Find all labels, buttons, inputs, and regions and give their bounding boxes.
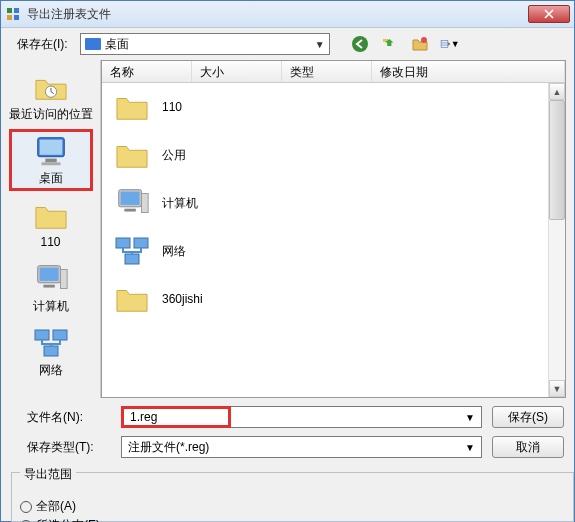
column-date[interactable]: 修改日期 [372,61,565,82]
scroll-down-icon[interactable]: ▼ [549,380,565,397]
item-label: 计算机 [162,195,198,212]
svg-point-5 [421,37,427,43]
toolbar: 保存在(I): 桌面 ▼ ▼ [1,28,574,60]
item-label: 360jishi [162,292,203,306]
place-label: 桌面 [39,170,63,187]
view-menu-icon[interactable]: ▼ [440,34,460,54]
radio-label: 所选分支(E) [36,517,100,522]
place-recent[interactable]: 最近访问的位置 [9,65,93,127]
export-range-legend: 导出范围 [20,466,76,483]
cancel-button[interactable]: 取消 [492,436,564,458]
svg-rect-19 [53,330,67,340]
column-name[interactable]: 名称 [102,61,192,82]
svg-rect-20 [44,346,58,356]
folder-icon [110,279,154,319]
place-network[interactable]: 网络 [9,321,93,383]
column-type[interactable]: 类型 [282,61,372,82]
regedit-icon [5,6,21,22]
svg-rect-13 [41,162,60,165]
svg-rect-22 [121,192,140,205]
file-list[interactable]: 110 公用 计算机 网络 [102,83,548,397]
recent-icon [31,70,71,104]
place-label: 计算机 [33,298,69,315]
item-label: 110 [162,100,182,114]
svg-rect-12 [45,158,56,162]
svg-rect-24 [124,209,135,212]
svg-rect-15 [39,267,58,280]
computer-icon [31,262,71,296]
chevron-down-icon: ▼ [465,442,475,453]
radio-label: 全部(A) [36,498,76,515]
back-icon[interactable] [350,34,370,54]
list-item[interactable]: 360jishi [102,275,548,323]
svg-rect-6 [441,41,448,48]
place-label: 110 [40,235,60,249]
desktop-monitor-icon [31,134,71,168]
scroll-thumb[interactable] [549,100,565,220]
save-dialog: 导出注册表文件 保存在(I): 桌面 ▼ ▼ 最近访问的位置 桌面 [0,0,575,522]
folder-icon [31,199,71,233]
desktop-icon [85,38,101,50]
column-size[interactable]: 大小 [192,61,282,82]
location-text: 桌面 [105,36,315,53]
location-combo[interactable]: 桌面 ▼ [80,33,330,55]
filename-combo-rest[interactable]: ▼ [231,406,482,428]
list-item[interactable]: 计算机 [102,179,548,227]
filename-value: 1.reg [130,410,222,424]
file-list-area: 名称 大小 类型 修改日期 110 公用 计算 [101,60,566,398]
svg-rect-17 [43,284,54,287]
svg-rect-26 [134,238,148,248]
scrollbar[interactable]: ▲ ▼ [548,83,565,397]
item-label: 公用 [162,147,186,164]
filename-label: 文件名(N): [11,409,111,426]
place-folder-110[interactable]: 110 [9,193,93,255]
svg-rect-27 [125,254,139,264]
place-label: 最近访问的位置 [9,106,93,123]
scroll-up-icon[interactable]: ▲ [549,83,565,100]
place-label: 网络 [39,362,63,379]
svg-rect-3 [14,15,19,20]
svg-rect-0 [7,8,12,13]
save-button[interactable]: 保存(S) [492,406,564,428]
filename-input[interactable]: 1.reg [121,406,231,428]
filetype-combo[interactable]: 注册文件(*.reg) ▼ [121,436,482,458]
item-label: 网络 [162,243,186,260]
chevron-down-icon: ▼ [465,412,475,423]
svg-rect-23 [142,194,149,213]
svg-point-4 [352,36,368,52]
filetype-label: 保存类型(T): [11,439,111,456]
place-computer[interactable]: 计算机 [9,257,93,319]
svg-rect-18 [35,330,49,340]
network-icon [110,231,154,271]
svg-rect-1 [14,8,19,13]
list-header: 名称 大小 类型 修改日期 [102,61,565,83]
new-folder-icon[interactable] [410,34,430,54]
svg-rect-2 [7,15,12,20]
save-in-label: 保存在(I): [17,36,68,53]
export-range-group: 导出范围 全部(A) 所选分支(E) HKEY_LOCAL_MACHINE\SO… [11,472,574,522]
svg-rect-16 [60,269,67,288]
computer-icon [110,183,154,223]
close-button[interactable] [528,5,570,23]
list-item[interactable]: 110 [102,83,548,131]
folder-icon [110,135,154,175]
folder-icon [110,87,154,127]
radio-icon [20,501,32,513]
chevron-down-icon: ▼ [315,39,325,50]
svg-rect-25 [116,238,130,248]
list-item[interactable]: 网络 [102,227,548,275]
svg-rect-11 [39,139,62,154]
up-icon[interactable] [380,34,400,54]
place-desktop[interactable]: 桌面 [9,129,93,191]
list-item[interactable]: 公用 [102,131,548,179]
window-title: 导出注册表文件 [27,6,528,23]
radio-all[interactable]: 全部(A) [20,498,565,515]
network-icon [31,326,71,360]
radio-branch[interactable]: 所选分支(E) [20,517,565,522]
places-bar: 最近访问的位置 桌面 110 计算机 网络 [1,60,101,398]
filetype-value: 注册文件(*.reg) [128,439,465,456]
titlebar: 导出注册表文件 [1,1,574,28]
